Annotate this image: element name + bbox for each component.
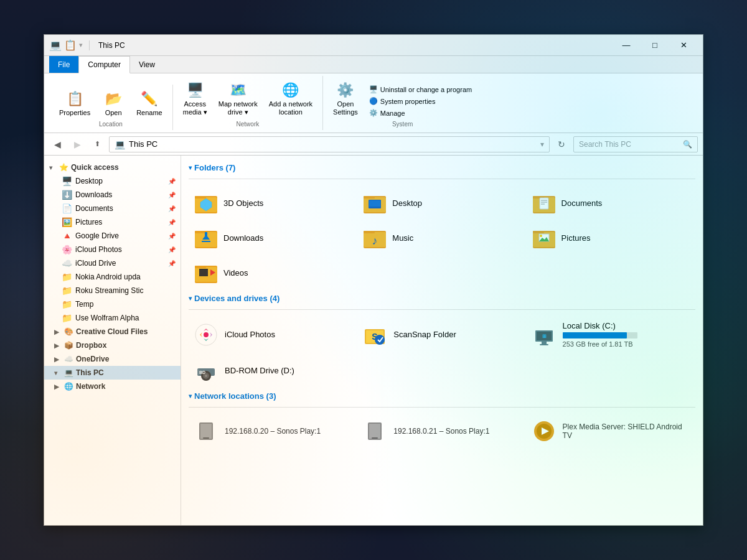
svg-text:BD: BD <box>199 370 205 375</box>
folder-music[interactable]: ♪ Music <box>357 222 524 254</box>
sidebar-section-creative-cloud: ▶ 🎨 Creative Cloud Files <box>44 325 181 338</box>
network-group-label: Network <box>237 121 260 128</box>
ribbon-open-settings[interactable]: ⚙️ OpenSettings <box>329 78 362 118</box>
tab-file[interactable]: File <box>49 56 78 73</box>
ribbon-location-items: 📋 Properties 📂 Open ✏️ Rename <box>55 87 166 118</box>
ribbon-uninstall[interactable]: 🖥️ Uninstall or change a program <box>365 84 476 95</box>
svg-rect-57 <box>200 424 212 439</box>
folder-videos[interactable]: Videos <box>189 256 355 289</box>
dropbox-header[interactable]: ▶ 📦 Dropbox <box>44 338 181 352</box>
ribbon-group-network: 🖥️ Accessmedia ▾ 🗺️ Map networkdrive ▾ 🌐… <box>173 76 323 130</box>
sidebar-item-desktop[interactable]: 🖥️ Desktop 📌 <box>44 174 181 188</box>
devices-chevron: ▾ <box>189 295 192 302</box>
wolfram-icon: 📁 <box>62 313 72 323</box>
title-bar-icons: 💻 📋 ▾ <box>49 39 93 51</box>
sidebar: ▾ ⭐ Quick access 🖥️ Desktop 📌 ⬇️ Downloa… <box>44 156 181 525</box>
folder-3d-objects[interactable]: 3D Objects <box>189 187 355 219</box>
minimize-button[interactable]: — <box>612 35 641 56</box>
address-bar: ◀ ▶ ⬆ 💻 This PC ▾ ↻ Search This PC 🔍 <box>44 133 703 156</box>
up-button[interactable]: ⬆ <box>89 136 105 152</box>
devices-section-header[interactable]: ▾ Devices and drives (4) <box>189 294 695 303</box>
3d-objects-icon <box>194 190 218 215</box>
ribbon-rename[interactable]: ✏️ Rename <box>133 87 166 118</box>
net-plex[interactable]: Plex Media Server: SHIELD Android TV <box>527 415 693 447</box>
svg-rect-12 <box>540 198 548 209</box>
svg-rect-51 <box>197 370 199 375</box>
devices-divider <box>189 309 695 310</box>
sidebar-item-wolfram[interactable]: 📁 Use Wolfram Alpha <box>44 311 181 325</box>
net-sonos1[interactable]: 192.168.0.20 – Sonos Play:1 <box>189 415 355 447</box>
folder-documents[interactable]: Documents <box>527 187 693 219</box>
refresh-button[interactable]: ↻ <box>553 136 570 152</box>
network-section-header[interactable]: ▾ Network locations (3) <box>189 391 695 401</box>
device-bd-rom[interactable]: BD BD-ROM Drive (D:) <box>189 354 355 386</box>
this-pc-chevron: ▾ <box>54 370 62 376</box>
icloud-photos-icon: 🌸 <box>62 245 72 254</box>
sidebar-item-downloads[interactable]: ⬇️ Downloads 📌 <box>44 188 181 202</box>
pictures-icon: 🖼️ <box>62 217 72 227</box>
icloud-photos-label: iCloud Photos <box>75 245 164 254</box>
tab-computer[interactable]: Computer <box>78 56 130 73</box>
device-local-c[interactable]: ⊞ Local Disk (C:) 253 GB free of 1.81 TB <box>527 317 693 352</box>
icloud-drive-label: iCloud Drive <box>75 259 164 268</box>
address-path[interactable]: 💻 This PC ▾ <box>109 136 550 152</box>
dropbox-chevron: ▶ <box>54 342 62 349</box>
ribbon-map-network[interactable]: 🗺️ Map networkdrive ▾ <box>215 78 261 118</box>
device-icloud-photos[interactable]: 🌸 iCloud Photos <box>189 317 355 352</box>
pictures-pin: 📌 <box>168 219 176 226</box>
close-button[interactable]: ✕ <box>669 35 698 56</box>
ribbon-manage[interactable]: ⚙️ Manage <box>365 108 476 118</box>
sidebar-item-nokia[interactable]: 📁 Nokia Android upda <box>44 270 181 284</box>
ribbon-add-network[interactable]: 🌐 Add a networklocation <box>265 78 316 118</box>
maximize-button[interactable]: □ <box>641 35 669 56</box>
sidebar-item-google-drive[interactable]: 🔺 Google Drive 📌 <box>44 229 181 243</box>
onedrive-label: OneDrive <box>76 355 109 363</box>
back-button[interactable]: ◀ <box>49 136 65 152</box>
google-drive-label: Google Drive <box>75 231 164 240</box>
properties-icon: 📋 <box>65 89 85 109</box>
forward-button[interactable]: ▶ <box>69 136 85 152</box>
roku-icon: 📁 <box>62 286 72 296</box>
search-box[interactable]: Search This PC 🔍 <box>573 136 698 152</box>
icloud-photos-device-icon: 🌸 <box>194 322 218 347</box>
sidebar-item-temp[interactable]: 📁 Temp <box>44 297 181 311</box>
creative-cloud-header[interactable]: ▶ 🎨 Creative Cloud Files <box>44 325 181 338</box>
folder-pictures[interactable]: Pictures <box>527 222 693 254</box>
plex-icon <box>532 419 557 444</box>
onedrive-header[interactable]: ▶ ☁️ OneDrive <box>44 352 181 366</box>
sidebar-item-documents[interactable]: 📄 Documents 📌 <box>44 202 181 215</box>
ribbon-sys-props[interactable]: 🔵 System properties <box>365 96 476 106</box>
location-group-label: Location <box>99 121 123 128</box>
svg-rect-34 <box>195 266 206 268</box>
ribbon-properties[interactable]: 📋 Properties <box>55 87 94 118</box>
this-pc-header[interactable]: ▾ 💻 This PC <box>44 366 181 380</box>
window-title: This PC <box>93 41 612 50</box>
device-scansnap[interactable]: S ScanSnap Folder <box>357 317 524 352</box>
svg-point-31 <box>540 235 542 237</box>
tab-view[interactable]: View <box>130 56 164 73</box>
folders-label: Folders (7) <box>194 163 235 172</box>
icloud-drive-icon: ☁️ <box>62 258 72 268</box>
ribbon-access-media[interactable]: 🖥️ Accessmedia ▾ <box>179 78 211 118</box>
network-header[interactable]: ▶ 🌐 Network <box>44 380 181 393</box>
properties-label: Properties <box>59 109 90 116</box>
path-arrow[interactable]: ▾ <box>540 140 544 149</box>
quick-access-header[interactable]: ▾ ⭐ Quick access <box>44 161 181 174</box>
net-sonos2[interactable]: 192.168.0.21 – Sonos Play:1 <box>357 415 524 447</box>
ribbon-open[interactable]: 📂 Open <box>98 87 129 118</box>
creative-cloud-chevron: ▶ <box>54 329 62 335</box>
folder-desktop[interactable]: Desktop <box>357 187 524 219</box>
desktop-pin: 📌 <box>168 178 176 185</box>
sidebar-item-icloud-drive[interactable]: ☁️ iCloud Drive 📌 <box>44 256 181 270</box>
folder-documents-icon <box>532 190 557 215</box>
sidebar-item-roku[interactable]: 📁 Roku Streaming Stic <box>44 284 181 297</box>
sidebar-item-icloud-photos[interactable]: 🌸 iCloud Photos 📌 <box>44 243 181 256</box>
quick-access-chevron: ▾ <box>49 164 57 171</box>
folder-downloads[interactable]: Downloads <box>189 222 355 254</box>
ribbon-network-items: 🖥️ Accessmedia ▾ 🗺️ Map networkdrive ▾ 🌐… <box>179 78 316 118</box>
content-area: ▾ Folders (7) 3D Objects Desktop <box>181 156 703 525</box>
documents-label: Documents <box>75 204 164 213</box>
sidebar-item-pictures[interactable]: 🖼️ Pictures 📌 <box>44 215 181 229</box>
folders-section-header[interactable]: ▾ Folders (7) <box>189 163 695 172</box>
network-loc-chevron: ▾ <box>189 393 192 399</box>
